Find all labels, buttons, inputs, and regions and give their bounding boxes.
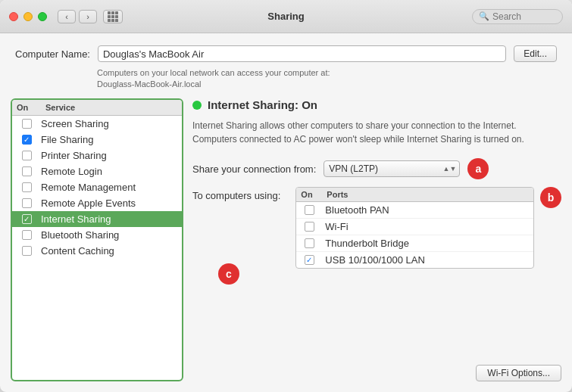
service-checkbox[interactable]: ✓ <box>22 135 32 145</box>
grid-view-button[interactable] <box>103 10 123 23</box>
computer-name-label: Computer Name: <box>15 48 90 60</box>
search-icon: 🔍 <box>479 11 489 21</box>
status-row: Internet Sharing: On <box>192 98 561 111</box>
annotation-c-wrapper: c <box>218 263 239 285</box>
port-item[interactable]: Thunderbolt Bridge <box>296 235 533 252</box>
service-name: File Sharing <box>41 134 182 145</box>
checkbox-cell[interactable] <box>12 166 41 176</box>
header-service: Service <box>41 103 182 112</box>
port-item[interactable]: Wi-Fi <box>296 219 533 235</box>
service-checkbox[interactable] <box>22 230 32 240</box>
minimize-button[interactable] <box>23 12 33 21</box>
sharing-window: ‹ › Sharing 🔍 Computer Name: Edit... <box>0 0 572 392</box>
port-item[interactable]: Bluetooth PAN <box>296 202 533 219</box>
right-panel: Internet Sharing: On Internet Sharing al… <box>192 98 561 381</box>
service-checkbox[interactable] <box>22 198 32 208</box>
forward-button[interactable]: › <box>79 10 97 23</box>
checkbox-cell[interactable] <box>12 246 41 256</box>
list-item[interactable]: ✓ Internet Sharing <box>12 211 182 227</box>
checkbox-cell[interactable]: ✓ <box>12 214 41 224</box>
service-header: On Service <box>12 100 182 116</box>
service-checkbox[interactable] <box>22 182 32 192</box>
wifi-options-button[interactable]: Wi-Fi Options... <box>476 365 561 381</box>
ports-table: On Ports Bluetooth PAN <box>295 187 534 269</box>
computer-name-section: Computer Name: Edit... Computers on your… <box>0 33 572 98</box>
to-computers-label: To computers using: <box>192 187 289 201</box>
grid-icon <box>108 11 118 22</box>
using-section: To computers using: On Ports <box>192 187 561 269</box>
computer-name-local: Douglass-MacBook-Air.local <box>15 79 202 89</box>
back-button[interactable]: ‹ <box>58 10 76 23</box>
service-checkbox[interactable] <box>22 119 32 129</box>
service-name: Bluetooth Sharing <box>41 229 182 241</box>
computer-name-sub-row: Computers on your local network can acce… <box>15 67 557 89</box>
checkbox-cell[interactable] <box>12 198 41 208</box>
ports-header-ports: Ports <box>322 190 533 199</box>
list-item[interactable]: ✓ File Sharing <box>12 132 182 148</box>
annotation-a: a <box>467 158 489 179</box>
port-checkbox-cell[interactable]: ✓ <box>296 255 322 265</box>
port-name: Bluetooth PAN <box>322 204 533 216</box>
checkbox-cell[interactable] <box>12 230 41 240</box>
list-item[interactable]: Bluetooth Sharing <box>12 227 182 243</box>
edit-button[interactable]: Edit... <box>514 45 557 62</box>
port-item[interactable]: ✓ USB 10/100/1000 LAN <box>296 252 533 268</box>
close-button[interactable] <box>9 12 18 21</box>
search-input[interactable] <box>492 11 553 22</box>
service-name: Remote Login <box>41 166 182 177</box>
share-from-label: Share your connection from: <box>192 163 316 175</box>
main-content: On Service Screen Sharing ✓ File Sharing <box>0 98 572 392</box>
service-name: Internet Sharing <box>41 213 182 225</box>
service-name: Remote Apple Events <box>41 198 182 209</box>
status-indicator <box>192 101 202 110</box>
computer-name-sublabel: Computers on your local network can acce… <box>15 68 330 77</box>
annotation-c: c <box>218 263 239 285</box>
port-name: USB 10/100/1000 LAN <box>322 254 533 266</box>
ports-header: On Ports <box>296 188 533 202</box>
computer-name-sublabels: Computers on your local network can acce… <box>15 67 330 89</box>
share-from-row: Share your connection from: VPN (L2TP) W… <box>192 158 561 179</box>
list-item[interactable]: Printer Sharing <box>12 148 182 163</box>
vpn-select[interactable]: VPN (L2TP) Wi-Fi Ethernet Thunderbolt Br… <box>324 160 460 177</box>
port-checkbox-cell[interactable] <box>296 238 322 248</box>
list-item[interactable]: Remote Management <box>12 179 182 195</box>
list-item[interactable]: Screen Sharing <box>12 116 182 132</box>
annotation-b: b <box>540 187 561 208</box>
search-bar[interactable]: 🔍 <box>472 9 563 24</box>
computer-name-input[interactable] <box>98 45 506 62</box>
service-checkbox[interactable] <box>22 166 32 176</box>
port-checkbox[interactable] <box>305 205 314 215</box>
service-list: On Service Screen Sharing ✓ File Sharing <box>11 98 183 381</box>
service-name: Printer Sharing <box>41 150 182 161</box>
port-name: Thunderbolt Bridge <box>322 238 533 249</box>
port-checkbox-cell[interactable] <box>296 222 322 232</box>
service-name: Remote Management <box>41 182 182 193</box>
service-name: Content Caching <box>41 245 182 257</box>
service-checkbox[interactable] <box>22 151 32 160</box>
port-checkbox-cell[interactable] <box>296 205 322 215</box>
window-title: Sharing <box>267 11 304 22</box>
computer-name-row: Computer Name: Edit... <box>15 45 557 62</box>
fullscreen-button[interactable] <box>38 12 47 21</box>
port-checkbox[interactable]: ✓ <box>305 255 314 265</box>
service-items: Screen Sharing ✓ File Sharing Printer Sh… <box>12 116 182 380</box>
port-checkbox[interactable] <box>305 238 314 248</box>
port-name: Wi-Fi <box>322 221 533 232</box>
checkbox-cell[interactable] <box>12 151 41 160</box>
traffic-lights <box>9 12 47 21</box>
list-item[interactable]: Remote Login <box>12 163 182 179</box>
nav-buttons: ‹ › <box>58 10 123 23</box>
wifi-options-row: Wi-Fi Options... <box>192 365 561 381</box>
list-item[interactable]: Content Caching <box>12 243 182 259</box>
checkbox-cell[interactable] <box>12 182 41 192</box>
checkbox-cell[interactable] <box>12 119 41 129</box>
titlebar: ‹ › Sharing 🔍 <box>0 0 572 33</box>
port-checkbox[interactable] <box>305 222 314 232</box>
vpn-select-wrapper[interactable]: VPN (L2TP) Wi-Fi Ethernet Thunderbolt Br… <box>324 160 460 177</box>
service-name: Screen Sharing <box>41 118 182 129</box>
status-description: Internet Sharing allows other computers … <box>192 119 561 146</box>
service-checkbox[interactable] <box>22 246 32 256</box>
checkbox-cell[interactable]: ✓ <box>12 135 41 145</box>
list-item[interactable]: Remote Apple Events <box>12 195 182 211</box>
service-checkbox[interactable]: ✓ <box>22 214 32 224</box>
